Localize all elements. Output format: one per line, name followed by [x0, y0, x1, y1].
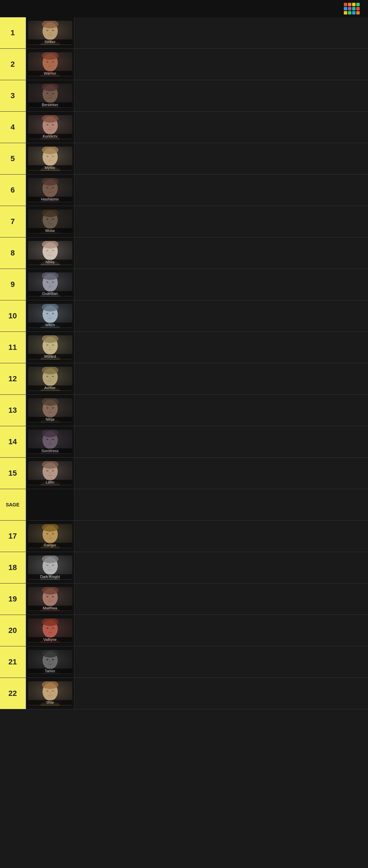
char-label-wizard: Wizard [28, 354, 72, 359]
tier-row-3: 3 Berserker [0, 80, 368, 112]
tier-rank-4: 4 [0, 112, 26, 143]
char-image-tamer: Tamer [28, 650, 72, 674]
tier-content-6 [74, 175, 368, 206]
tier-rank-7: 7 [0, 206, 26, 237]
svg-point-122 [52, 439, 54, 440]
tier-rank-3: 3 [0, 80, 26, 111]
tier-rank-22: 22 [0, 678, 26, 709]
tier-content-14 [74, 426, 368, 457]
tier-row-16: SAGE [0, 489, 368, 521]
svg-point-31 [46, 124, 48, 125]
tier-rank-8: 8 [0, 237, 26, 269]
tier-content-17 [74, 521, 368, 552]
tier-content-21 [74, 646, 368, 678]
tier-rank-10: 10 [0, 300, 26, 332]
tier-rank-13: 13 [0, 395, 26, 426]
tier-image-cell-16 [26, 489, 74, 520]
char-image-striker: Striker [28, 21, 72, 45]
tier-image-cell-20: Valkyrie [26, 615, 74, 646]
tier-row-8: 8 Nova [0, 237, 368, 269]
tier-content-7 [74, 206, 368, 237]
tier-image-cell-21: Tamer [26, 646, 74, 678]
logo-grid-icon [344, 3, 360, 15]
svg-point-67 [46, 250, 48, 251]
char-label-lahn: Lahn [28, 480, 72, 485]
char-label-shai: Shai [28, 700, 72, 705]
tier-list: 1 Striker2 [0, 17, 368, 709]
tier-image-cell-11: Wizard [26, 332, 74, 363]
svg-point-77 [52, 281, 54, 283]
svg-point-14 [52, 61, 54, 63]
tier-rank-12: 12 [0, 363, 26, 394]
svg-point-87 [49, 315, 51, 316]
svg-point-41 [52, 156, 54, 157]
char-label-tamer: Tamer [28, 669, 72, 673]
svg-point-103 [46, 376, 48, 377]
tier-content-3 [74, 80, 368, 111]
tier-image-cell-9: Guardian [26, 269, 74, 300]
tier-content-11 [74, 332, 368, 363]
tier-content-13 [74, 395, 368, 426]
tier-rank-11: 11 [0, 332, 26, 363]
tier-content-8 [74, 237, 368, 269]
char-image-ranger: Ranger [28, 524, 72, 548]
char-label-dark-knight: Dark Knight [28, 574, 72, 579]
tier-rank-15: 15 [0, 458, 26, 489]
svg-point-167 [52, 627, 54, 629]
char-image-musa: Musa [28, 209, 72, 234]
tier-row-20: 20 Valkyrie [0, 615, 368, 646]
tier-content-15 [74, 458, 368, 489]
tier-row-13: 13 Ninja [0, 395, 368, 426]
tier-image-cell-3: Berserker [26, 80, 74, 111]
tier-image-cell-15: Lahn [26, 458, 74, 489]
char-image-berserker: Berserker [28, 84, 72, 108]
svg-point-86 [52, 313, 54, 314]
svg-point-96 [49, 347, 51, 348]
char-label-guardian: Guardian [28, 291, 72, 296]
tier-rank-19: 19 [0, 584, 26, 615]
tier-image-cell-12: Archer [26, 363, 74, 394]
tier-image-cell-22: Shai [26, 678, 74, 709]
svg-point-32 [52, 124, 54, 125]
char-image-hashashin: Hashashin [28, 178, 72, 202]
svg-point-112 [46, 407, 48, 409]
svg-point-105 [49, 378, 51, 379]
svg-point-177 [49, 661, 51, 662]
svg-point-85 [46, 313, 48, 314]
svg-point-185 [52, 690, 54, 692]
tier-rank-17: 17 [0, 521, 26, 552]
svg-point-104 [52, 376, 54, 377]
tier-image-cell-5: Mystic [26, 143, 74, 174]
tier-rank-21: 21 [0, 646, 26, 678]
char-image-archer: Archer [28, 367, 72, 391]
svg-point-158 [52, 596, 54, 597]
svg-point-13 [46, 61, 48, 63]
tier-rank-9: 9 [0, 269, 26, 300]
char-image-maehwa: Maehwa [28, 587, 72, 611]
tier-image-cell-1: Striker [26, 17, 74, 48]
tier-rank-16: SAGE [0, 489, 26, 520]
tier-row-4: 4 Kunoichi [0, 112, 368, 143]
svg-point-76 [46, 281, 48, 283]
svg-point-159 [49, 598, 51, 599]
svg-point-168 [49, 630, 51, 631]
tier-image-cell-17: Ranger [26, 521, 74, 552]
svg-point-176 [52, 659, 54, 660]
svg-point-49 [46, 187, 48, 188]
tiermaker-logo [344, 3, 362, 15]
svg-point-139 [46, 533, 48, 534]
char-label-striker: Striker [28, 39, 72, 44]
char-image-shai: Shai [28, 681, 72, 706]
char-label-ninja: Ninja [28, 417, 72, 422]
tier-content-22 [74, 678, 368, 709]
svg-point-113 [52, 407, 54, 409]
tier-content-20 [74, 615, 368, 646]
tier-row-7: 7 Musa [0, 206, 368, 237]
svg-point-78 [49, 284, 51, 285]
char-label-kunoichi: Kunoichi [28, 134, 72, 139]
svg-point-140 [52, 533, 54, 534]
svg-point-58 [46, 218, 48, 220]
svg-point-94 [46, 344, 48, 346]
char-label-archer: Archer [28, 385, 72, 390]
tier-image-cell-10: Witch [26, 300, 74, 332]
